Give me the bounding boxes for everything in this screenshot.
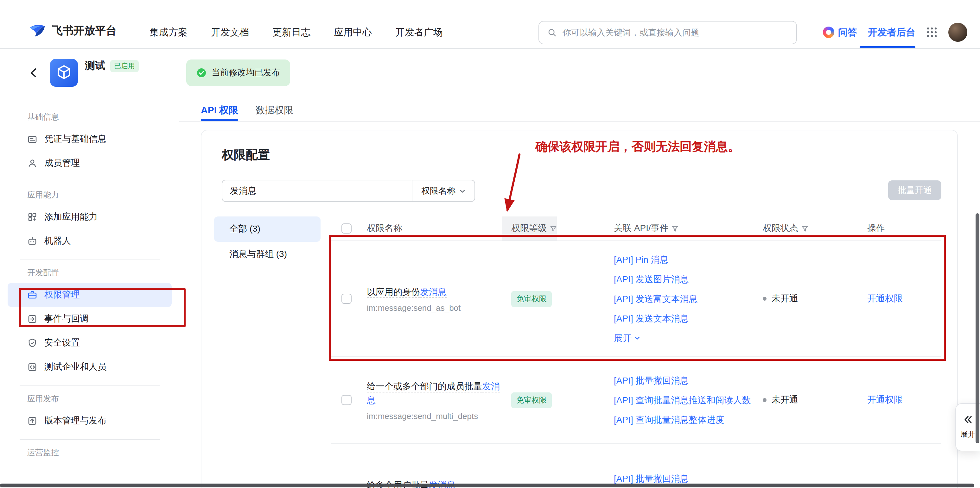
table-row: 以应用的身份发消息 im:message:send_as_bot 免审权限 [A… xyxy=(331,241,941,357)
code-brackets-icon xyxy=(27,362,37,372)
table-header-row: 权限名称 权限等级 关联 API/事件 权限状态 xyxy=(331,217,941,241)
open-permission-link[interactable]: 开通权限 xyxy=(867,395,903,406)
publish-status-banner: 当前修改均已发布 xyxy=(186,59,290,86)
sidebar-item-label: 事件与回调 xyxy=(45,313,89,325)
status-text: 未开通 xyxy=(772,395,798,406)
publish-arrow-icon xyxy=(27,416,37,426)
sidebar-item-permission[interactable]: 权限管理 xyxy=(8,283,172,307)
api-link[interactable]: [API] 发送图片消息 xyxy=(614,272,689,287)
action-cell: 开通权限 xyxy=(867,395,941,406)
primary-nav: 集成方案 开发文档 更新日志 应用中心 开发者广场 xyxy=(150,27,443,39)
annotation-text: 确保该权限开启，否则无法回复消息。 xyxy=(535,139,740,155)
event-callback-icon xyxy=(27,314,37,324)
sidebar-divider xyxy=(20,385,160,386)
brand[interactable]: 飞书开放平台 xyxy=(29,22,116,39)
qa-entry[interactable]: 问答 xyxy=(823,26,857,38)
sidebar-item-security[interactable]: 安全设置 xyxy=(8,331,172,355)
tab-data-permission[interactable]: 数据权限 xyxy=(255,105,293,116)
horizontal-scrollbar-thumb[interactable] xyxy=(0,483,974,487)
expand-apis-link[interactable]: 展开 xyxy=(614,331,640,345)
navbar-right: 问答 开发者后台 xyxy=(823,23,967,42)
api-link[interactable]: [API] 查询批量消息整体进度 xyxy=(614,412,724,427)
table-row: 给一个或多个部门的成员批量发消息 im:message:send_multi_d… xyxy=(331,357,941,444)
status-dot xyxy=(763,297,767,301)
status-dot xyxy=(763,398,767,402)
permission-status-cell: 未开通 xyxy=(763,395,867,406)
permission-tabs: API 权限 数据权限 xyxy=(201,100,293,121)
col-header-permission-status: 权限状态 xyxy=(763,217,867,241)
status-text: 未开通 xyxy=(772,293,798,304)
row-checkbox[interactable] xyxy=(342,395,352,405)
category-all[interactable]: 全部 (3) xyxy=(214,217,321,242)
select-all-checkbox[interactable] xyxy=(342,223,352,234)
filter-icon[interactable] xyxy=(550,225,557,232)
api-link[interactable]: [API] 发送文本消息 xyxy=(614,311,689,326)
tab-label: 数据权限 xyxy=(255,105,293,115)
brand-name: 飞书开放平台 xyxy=(52,23,116,38)
sidebar-item-events[interactable]: 事件与回调 xyxy=(8,307,172,331)
qa-link[interactable]: 问答 xyxy=(838,26,857,38)
api-link[interactable]: [API] Pin 消息 xyxy=(614,252,669,267)
main-content: API 权限 数据权限 权限配置 发消息 权限名称 批量开通 全部 (3) 消息… xyxy=(179,97,980,488)
col-header-permission-name: 权限名称 xyxy=(367,217,511,241)
table-row: 给多个用户批量发消息 [API] 批量撤回消息 [API] 查询批量消息推送和阅… xyxy=(331,444,941,488)
nav-item-changelog[interactable]: 更新日志 xyxy=(272,27,310,39)
category-list: 全部 (3) 消息与群组 (3) xyxy=(214,217,321,488)
permission-config-card: 权限配置 发消息 权限名称 批量开通 全部 (3) 消息与群组 (3) xyxy=(201,130,958,488)
permission-search: 发消息 权限名称 xyxy=(222,180,475,202)
category-message-group[interactable]: 消息与群组 (3) xyxy=(214,242,321,267)
nav-item-app-center[interactable]: 应用中心 xyxy=(334,27,372,39)
row-checkbox-cell xyxy=(331,294,367,304)
security-shield-icon xyxy=(27,338,37,348)
permission-status-cell: 未开通 xyxy=(763,293,867,304)
row-checkbox[interactable] xyxy=(342,294,352,304)
sidebar-section-dev-config: 开发配置 xyxy=(27,268,179,278)
sidebar-item-members[interactable]: 成员管理 xyxy=(8,151,172,175)
app-header: 测试 已启用 正式应用@环界云 当前修改均已发布 xyxy=(0,48,980,97)
nav-item-integration[interactable]: 集成方案 xyxy=(150,27,188,39)
back-button[interactable] xyxy=(29,67,39,78)
top-navbar: 飞书开放平台 集成方案 开发文档 更新日志 应用中心 开发者广场 你可以输入关键… xyxy=(0,0,980,49)
filter-icon[interactable] xyxy=(672,225,679,232)
row-checkbox-cell xyxy=(331,395,367,405)
global-search-input[interactable]: 你可以输入关键词，或直接输入问题 xyxy=(538,21,797,44)
sidebar-divider xyxy=(20,260,160,260)
tab-api-permission[interactable]: API 权限 xyxy=(201,105,238,116)
sidebar-item-bot[interactable]: 机器人 xyxy=(8,229,172,253)
search-icon xyxy=(547,28,557,37)
related-api-cell: [API] Pin 消息 [API] 发送图片消息 [API] 发送富文本消息 … xyxy=(614,250,763,348)
permission-icon xyxy=(27,290,37,300)
sidebar-divider xyxy=(20,439,160,440)
open-permission-link[interactable]: 开通权限 xyxy=(867,293,903,304)
col-header-action: 操作 xyxy=(867,217,941,241)
api-link[interactable]: [API] 批量撤回消息 xyxy=(614,373,689,388)
sidebar-item-add-capability[interactable]: 添加应用能力 xyxy=(8,205,172,229)
batch-open-button[interactable]: 批量开通 xyxy=(888,181,941,200)
console-link[interactable]: 开发者后台 xyxy=(868,26,915,38)
filter-icon[interactable] xyxy=(801,225,808,232)
user-avatar[interactable] xyxy=(948,23,967,42)
sidebar-section-capability: 应用能力 xyxy=(27,190,179,200)
api-link[interactable]: [API] 发送富文本消息 xyxy=(614,292,697,306)
api-link[interactable]: [API] 查询批量消息推送和阅读人数 xyxy=(614,393,751,407)
related-api-cell: [API] 批量撤回消息 [API] 查询批量消息推送和阅读人数 [API] 查… xyxy=(614,371,763,429)
permission-code: im:message:send_as_bot xyxy=(367,303,461,313)
sidebar-item-test-org[interactable]: 测试企业和人员 xyxy=(8,355,172,379)
nav-item-docs[interactable]: 开发文档 xyxy=(211,27,249,39)
sidebar-section-release: 应用发布 xyxy=(27,394,179,404)
bot-icon xyxy=(27,236,37,246)
action-cell: 开通权限 xyxy=(867,293,941,304)
search-field-select[interactable]: 权限名称 xyxy=(412,181,474,201)
app-name: 测试 xyxy=(85,59,105,73)
vertical-scrollbar-thumb[interactable] xyxy=(975,213,979,443)
permission-name-link[interactable]: 以应用的身份发消息 xyxy=(367,285,447,299)
permission-search-input[interactable]: 发消息 xyxy=(222,181,412,201)
permission-name-link[interactable]: 给一个或多个部门的成员批量发消息 xyxy=(367,379,504,407)
search-field-label: 权限名称 xyxy=(421,185,455,196)
sidebar-item-version[interactable]: 版本管理与发布 xyxy=(8,409,172,433)
sidebar: 基础信息 凭证与基础信息 成员管理 应用能力 添加应用能力 机器人 开发配置 权… xyxy=(0,97,179,488)
apps-grid-icon[interactable] xyxy=(926,27,937,38)
nav-item-dev-plaza[interactable]: 开发者广场 xyxy=(395,27,443,39)
sidebar-item-credentials[interactable]: 凭证与基础信息 xyxy=(8,127,172,151)
sidebar-item-label: 添加应用能力 xyxy=(45,211,97,223)
